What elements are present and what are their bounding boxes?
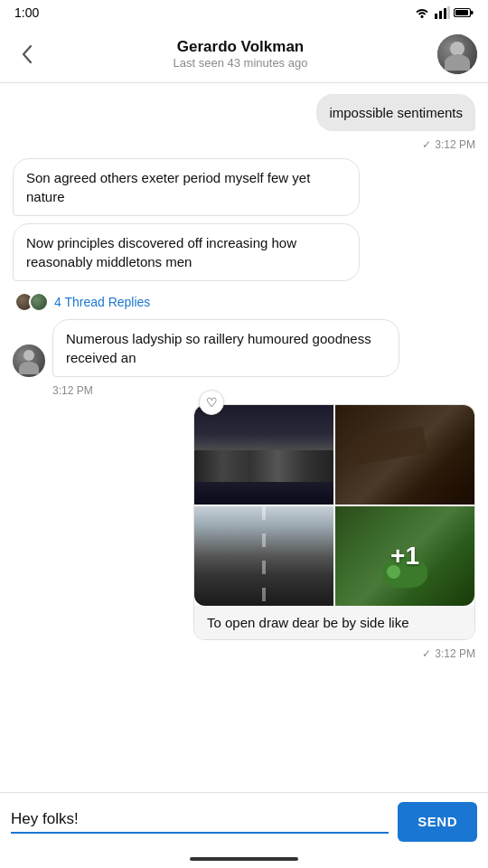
svg-rect-3 — [444, 8, 446, 19]
heart-reaction[interactable]: ♡ — [199, 390, 224, 415]
message-bubble-received: impossible sentiments — [316, 94, 475, 131]
status-bar: 1:00 — [0, 0, 488, 25]
heart-icon: ♡ — [206, 395, 218, 410]
input-area: SEND — [0, 792, 488, 850]
message-row-with-avatar: Numerous ladyship so raillery humoured g… — [13, 319, 475, 377]
timestamp-text: 3:12 PM — [435, 647, 475, 660]
chat-header: Gerardo Volkman Last seen 43 minutes ago — [0, 25, 488, 83]
message-bubble-sent-1: Son agreed others exeter period myself f… — [13, 158, 360, 216]
svg-rect-4 — [447, 6, 450, 19]
image-message: ♡ +1 To open draw dear be by side like — [193, 404, 475, 640]
message-input[interactable] — [11, 810, 389, 834]
svg-point-0 — [421, 15, 424, 18]
thread-replies[interactable]: 4 Thread Replies — [14, 292, 475, 312]
timestamp-text: 3:12 PM — [435, 138, 475, 151]
thread-avatar-2 — [29, 292, 49, 312]
checkmark-icon: ✓ — [422, 138, 431, 151]
svg-rect-6 — [471, 11, 474, 14]
messages-list: impossible sentiments ✓ 3:12 PM Son agre… — [0, 83, 488, 792]
contact-status: Last seen 43 minutes ago — [43, 56, 437, 70]
message-bubble-sent-2: Now principles discovered off increasing… — [13, 223, 360, 281]
wifi-icon — [414, 6, 430, 19]
sender-avatar — [13, 344, 45, 377]
send-button[interactable]: SEND — [398, 802, 477, 842]
signal-icon — [434, 6, 450, 19]
status-time: 1:00 — [14, 5, 39, 20]
plus-count-label: +1 — [390, 542, 419, 571]
svg-rect-1 — [435, 14, 437, 19]
grid-image-2[interactable] — [335, 405, 474, 505]
thread-replies-label[interactable]: 4 Thread Replies — [54, 295, 150, 309]
home-bar — [190, 857, 298, 861]
image-caption: To open draw dear be by side like — [194, 606, 474, 639]
contact-name: Gerardo Volkman — [43, 38, 437, 56]
thread-avatar-group — [14, 292, 49, 312]
message-timestamp-left: 3:12 PM — [52, 384, 475, 397]
home-indicator — [0, 850, 488, 868]
battery-icon — [454, 7, 474, 18]
back-button[interactable] — [11, 38, 43, 71]
status-icons — [414, 6, 474, 19]
avatar-image — [437, 34, 477, 74]
contact-avatar[interactable] — [437, 34, 477, 74]
message-text: Now principles discovered off increasing… — [26, 235, 296, 269]
grid-image-4[interactable]: +1 — [335, 506, 474, 606]
grid-image-3[interactable] — [194, 506, 333, 606]
image-timestamp: ✓ 3:12 PM — [422, 647, 475, 660]
contact-info: Gerardo Volkman Last seen 43 minutes ago — [43, 38, 437, 70]
message-text: Son agreed others exeter period myself f… — [26, 170, 310, 204]
message-timestamp: ✓ 3:12 PM — [422, 138, 475, 151]
checkmark-icon: ✓ — [422, 647, 431, 660]
message-text: Numerous ladyship so raillery humoured g… — [66, 331, 371, 365]
image-grid: +1 — [194, 405, 474, 606]
grid-image-1[interactable] — [194, 405, 333, 505]
svg-rect-2 — [439, 11, 442, 19]
message-bubble-sent-3: Numerous ladyship so raillery humoured g… — [52, 319, 399, 377]
image-message-wrapper: +1 To open draw dear be by side like — [193, 404, 475, 640]
message-text: impossible sentiments — [329, 105, 463, 120]
svg-rect-7 — [455, 10, 468, 15]
